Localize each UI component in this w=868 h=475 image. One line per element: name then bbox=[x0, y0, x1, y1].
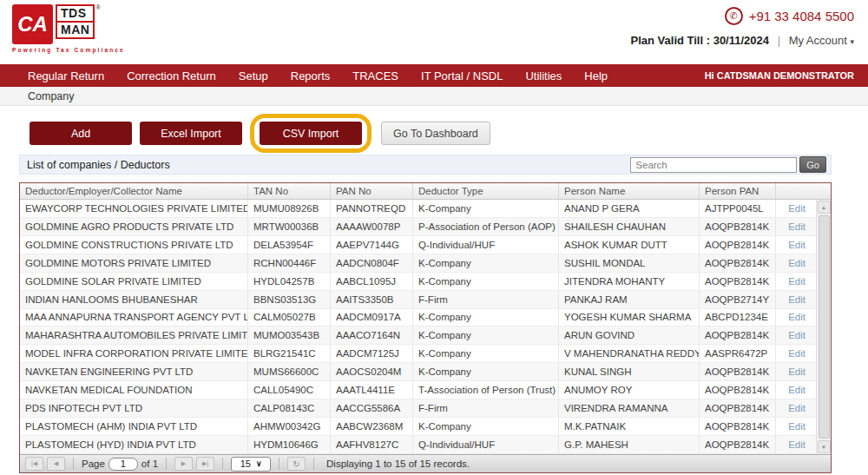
column-header-edit bbox=[776, 183, 831, 199]
excel-import-button[interactable]: Excel Import bbox=[140, 122, 242, 145]
edit-link[interactable]: Edit bbox=[788, 203, 806, 214]
nav-item-setup[interactable]: Setup bbox=[227, 69, 279, 82]
cell-tan-no: BLRG21541C bbox=[248, 345, 331, 362]
table-row[interactable]: GOLDMINE MOTORS PRIVATE LIMITED RCHN0044… bbox=[20, 254, 816, 273]
csv-import-highlight-ring: CSV Import bbox=[250, 114, 372, 153]
cell-person-name: YOGESH KUMAR SHARMA bbox=[559, 309, 700, 327]
first-page-button[interactable]: |◀ bbox=[25, 457, 43, 471]
logo-tagline: Powering Tax Compliance bbox=[12, 47, 125, 53]
my-account-menu[interactable]: My Account bbox=[789, 34, 847, 47]
cell-pan-no: AAOCS0204M bbox=[331, 363, 413, 380]
table-row[interactable]: MAA ANNAPURNA TRANSPORT AGENCY PVT LTD C… bbox=[20, 309, 816, 327]
table-row[interactable]: INDIAN HANLOOMS BHUBANESHAR BBNS03513G A… bbox=[20, 291, 816, 309]
cell-person-pan: AOQPB2814K bbox=[700, 399, 776, 417]
nav-item-traces[interactable]: TRACES bbox=[341, 69, 410, 82]
cell-person-name: V MAHENDRANATHA REDDY bbox=[559, 345, 700, 362]
nav-item-help[interactable]: Help bbox=[573, 69, 619, 82]
table-row[interactable]: PLASTOMECH (HYD) INDIA PVT LTD HYDM10646… bbox=[20, 436, 816, 454]
column-header-type[interactable]: Deductor Type bbox=[413, 183, 559, 199]
scroll-up-icon[interactable]: ▲ bbox=[818, 201, 831, 214]
cell-deductor-type: Q-Individual/HUF bbox=[413, 436, 559, 453]
cell-deductor-name: MAA ANNAPURNA TRANSPORT AGENCY PVT LTD bbox=[20, 309, 248, 327]
cell-pan-no: AADCM7125J bbox=[331, 345, 413, 362]
csv-import-button[interactable]: CSV Import bbox=[260, 122, 362, 145]
cell-edit: Edit bbox=[776, 291, 816, 308]
header-separator: | bbox=[778, 34, 780, 47]
edit-link[interactable]: Edit bbox=[788, 330, 806, 340]
cell-deductor-type: T-Association of Person (Trust) bbox=[413, 381, 559, 399]
cell-person-pan: AOQPB2814K bbox=[700, 218, 776, 235]
nav-item-utilities[interactable]: Utilities bbox=[514, 69, 573, 82]
nav-item-correction-return[interactable]: Correction Return bbox=[115, 69, 227, 82]
cell-person-name: G.P. MAHESH bbox=[559, 436, 700, 453]
nav-item-it-portal-nsdl[interactable]: IT Portal / NSDL bbox=[410, 69, 514, 82]
scrollbar-thumb[interactable] bbox=[819, 215, 830, 439]
scroll-down-icon[interactable]: ▼ bbox=[818, 440, 831, 453]
table-row[interactable]: GOLDMINE CONSTRUCTIONS PRIVATE LTD DELA5… bbox=[20, 236, 816, 254]
table-row[interactable]: NAVKETAN MEDICAL FOUNDATION CALL05490C A… bbox=[20, 381, 816, 399]
table-row[interactable]: PLASTOMECH (AHM) INDIA PVT LTD AHMW00342… bbox=[20, 418, 816, 436]
edit-link[interactable]: Edit bbox=[788, 276, 806, 287]
edit-link[interactable]: Edit bbox=[788, 294, 806, 305]
table-row[interactable]: GOLDMINE AGRO PRODUCTS PRIVATE LTD MRTW0… bbox=[20, 218, 816, 236]
cell-pan-no: AAAAW0078P bbox=[331, 218, 413, 235]
cell-deductor-type: Q-Individual/HUF bbox=[413, 236, 559, 254]
add-button[interactable]: Add bbox=[30, 122, 132, 145]
search-go-button[interactable]: Go bbox=[799, 156, 826, 173]
nav-item-regular-return[interactable]: Regular Return bbox=[28, 69, 115, 82]
logo-text-tds: TDS bbox=[56, 4, 95, 23]
cell-edit: Edit bbox=[776, 418, 816, 435]
search-input[interactable] bbox=[630, 157, 797, 173]
pager-divider bbox=[166, 458, 167, 470]
column-header-person-pan[interactable]: Person PAN bbox=[700, 183, 776, 199]
chevron-down-icon[interactable]: ▾ bbox=[850, 37, 854, 46]
column-header-name[interactable]: Deductor/Employer/Collector Name bbox=[20, 183, 248, 199]
cell-person-name: KUNAL SINGH bbox=[559, 363, 700, 380]
go-to-dashboard-button[interactable]: Go To Dashboard bbox=[381, 122, 490, 145]
column-header-person-name[interactable]: Person Name bbox=[559, 183, 700, 199]
grid-vertical-scrollbar[interactable]: ▲ ▼ bbox=[816, 200, 831, 454]
pager-divider bbox=[279, 458, 279, 470]
last-page-button[interactable]: ▶| bbox=[196, 457, 214, 471]
page-number-input[interactable] bbox=[108, 458, 138, 471]
table-row[interactable]: PDS INFOTECH PVT LTD CALP08143C AACCG558… bbox=[20, 399, 816, 418]
cell-pan-no: PANNOTREQD bbox=[331, 200, 413, 217]
cell-deductor-type: K-Company bbox=[413, 327, 559, 344]
nav-item-reports[interactable]: Reports bbox=[279, 69, 342, 82]
edit-link[interactable]: Edit bbox=[788, 385, 806, 395]
column-header-pan[interactable]: PAN No bbox=[331, 183, 413, 199]
pager-divider bbox=[313, 458, 314, 470]
edit-link[interactable]: Edit bbox=[788, 348, 806, 359]
column-header-tan[interactable]: TAN No bbox=[248, 183, 331, 199]
table-row[interactable]: MODEL INFRA CORPORATION PRIVATE LIMITED … bbox=[20, 345, 816, 363]
breadcrumb: Company bbox=[0, 87, 868, 106]
page-size-value: 15 bbox=[240, 459, 251, 469]
table-row[interactable]: NAVKETAN ENGINEERING PVT LTD MUMS66600C … bbox=[20, 363, 816, 381]
cell-person-pan: AOQPB2814K bbox=[700, 236, 776, 254]
cell-tan-no: DELA53954F bbox=[248, 236, 331, 254]
edit-link[interactable]: Edit bbox=[788, 403, 806, 413]
edit-link[interactable]: Edit bbox=[788, 240, 806, 250]
prev-page-button[interactable]: ◀ bbox=[47, 457, 65, 471]
table-row[interactable]: MAHARASHTRA AUTOMOBILES PRIVATE LIMITED … bbox=[20, 327, 816, 345]
list-panel-header: List of companies / Deductors Go bbox=[19, 155, 832, 175]
edit-link[interactable]: Edit bbox=[788, 366, 806, 377]
registered-mark: ® bbox=[95, 4, 100, 44]
cell-deductor-name: INDIAN HANLOOMS BHUBANESHAR bbox=[20, 291, 248, 308]
refresh-icon[interactable]: ↻ bbox=[287, 457, 306, 471]
select-caret-icon: ∨ bbox=[256, 459, 262, 468]
next-page-button[interactable]: ▶ bbox=[174, 457, 193, 471]
edit-link[interactable]: Edit bbox=[788, 221, 806, 232]
edit-link[interactable]: Edit bbox=[788, 421, 806, 432]
app-header: CA TDS MAN ® Powering Tax Compliance ✆ +… bbox=[0, 0, 868, 64]
edit-link[interactable]: Edit bbox=[788, 312, 806, 322]
cell-pan-no: AAACO7164N bbox=[331, 327, 413, 344]
edit-link[interactable]: Edit bbox=[788, 258, 806, 268]
table-row[interactable]: EWAYCORP TECHNOLOGIES PRIVATE LIMITED MU… bbox=[20, 200, 816, 218]
page-size-select[interactable]: 15 ∨ bbox=[231, 457, 271, 472]
edit-link[interactable]: Edit bbox=[788, 439, 806, 450]
cell-tan-no: CALL05490C bbox=[248, 381, 331, 399]
logo-text-man: MAN bbox=[56, 21, 95, 39]
ca-logo-mark: CA bbox=[12, 4, 53, 44]
table-row[interactable]: GOLDMINE SOLAR PRIVATE LIMITED HYDL04257… bbox=[20, 273, 816, 291]
